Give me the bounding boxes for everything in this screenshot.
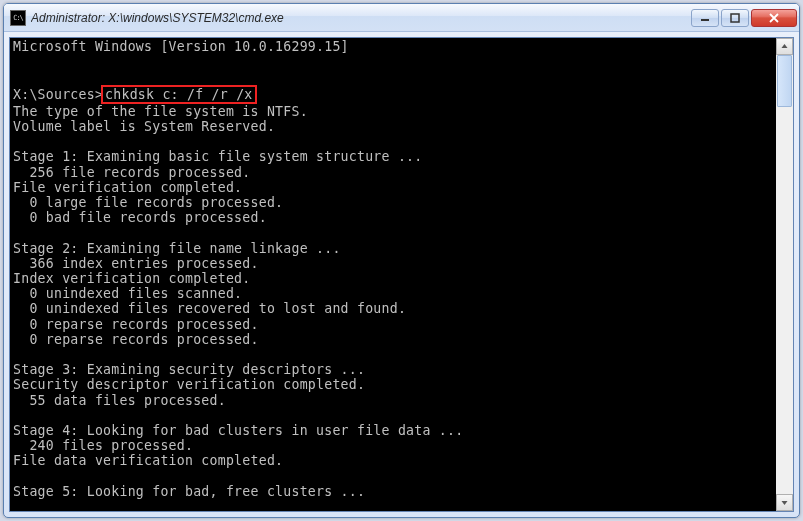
vertical-scrollbar[interactable] [776, 38, 793, 511]
minimize-button[interactable] [691, 9, 719, 27]
close-icon [768, 13, 780, 23]
close-button[interactable] [751, 9, 797, 27]
window-controls [691, 9, 797, 27]
output-line: Security descriptor verification complet… [13, 377, 365, 392]
scroll-down-button[interactable] [776, 494, 793, 511]
output-line: 366 index entries processed. [13, 256, 259, 271]
output-line: 240 files processed. [13, 438, 193, 453]
svg-rect-1 [731, 14, 739, 22]
chevron-down-icon [781, 499, 788, 506]
output-line: 0 bad file records processed. [13, 210, 267, 225]
output-line: Index verification completed. [13, 271, 251, 286]
output-line: 256 file records processed. [13, 165, 251, 180]
command-highlight: chkdsk c: /f /r /x [101, 85, 256, 104]
output-line: Stage 1: Examining basic file system str… [13, 149, 422, 164]
command-text: chkdsk c: /f /r /x [105, 87, 252, 102]
svg-rect-0 [701, 19, 709, 21]
output-line: The type of the file system is NTFS. [13, 104, 308, 119]
output-line: File data verification completed. [13, 453, 283, 468]
output-line: Stage 2: Examining file name linkage ... [13, 241, 341, 256]
minimize-icon [700, 13, 710, 23]
output-line: 0 reparse records processed. [13, 317, 259, 332]
version-line: Microsoft Windows [Version 10.0.16299.15… [13, 39, 349, 54]
output-line: 55 data files processed. [13, 393, 226, 408]
output-line: Volume label is System Reserved. [13, 119, 275, 134]
maximize-button[interactable] [721, 9, 749, 27]
output-line: Stage 3: Examining security descriptors … [13, 362, 365, 377]
scrollbar-thumb[interactable] [777, 55, 792, 107]
console-output[interactable]: Microsoft Windows [Version 10.0.16299.15… [10, 38, 776, 511]
output-line: 0 large file records processed. [13, 195, 283, 210]
console-area: Microsoft Windows [Version 10.0.16299.15… [9, 37, 794, 512]
maximize-icon [730, 13, 740, 23]
titlebar[interactable]: C:\ Administrator: X:\windows\SYSTEM32\c… [4, 4, 799, 32]
chevron-up-icon [781, 43, 788, 50]
prompt-line: X:\Sources>chkdsk c: /f /r /x [13, 85, 773, 104]
cmd-icon: C:\ [10, 10, 26, 26]
output-line: Stage 5: Looking for bad, free clusters … [13, 484, 365, 499]
prompt: X:\Sources> [13, 87, 103, 102]
cmd-window: C:\ Administrator: X:\windows\SYSTEM32\c… [3, 3, 800, 518]
scroll-up-button[interactable] [776, 38, 793, 55]
output-line: 0 unindexed files scanned. [13, 286, 242, 301]
scrollbar-track[interactable] [776, 55, 793, 494]
output-line: 0 unindexed files recovered to lost and … [13, 301, 406, 316]
output-line: File verification completed. [13, 180, 242, 195]
output-line: Stage 4: Looking for bad clusters in use… [13, 423, 463, 438]
output-line: 0 reparse records processed. [13, 332, 259, 347]
window-title: Administrator: X:\windows\SYSTEM32\cmd.e… [31, 11, 691, 25]
